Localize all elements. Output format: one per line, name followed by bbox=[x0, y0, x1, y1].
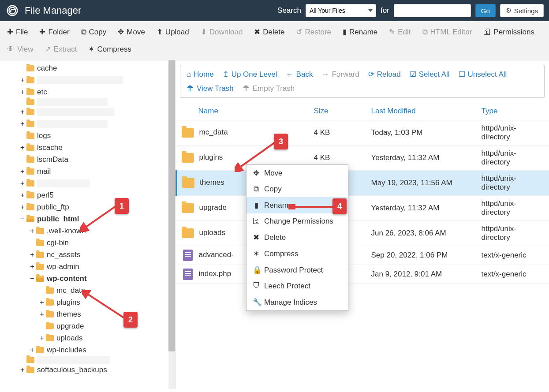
tree-node-uploads[interactable]: +uploads bbox=[0, 332, 175, 344]
tree-toggle-icon[interactable]: + bbox=[19, 189, 26, 201]
folder-icon bbox=[46, 323, 54, 329]
tree-toggle-icon[interactable]: + bbox=[19, 118, 26, 130]
tree-node-plugins[interactable]: +plugins bbox=[0, 296, 175, 308]
tree-node-mc_data[interactable]: mc_data bbox=[0, 284, 175, 296]
up-icon: ↥ bbox=[223, 70, 229, 79]
tree-toggle-icon[interactable]: + bbox=[19, 201, 26, 213]
table-row[interactable]: upgradeYesterday, 11:32 AMhttpd/unix-dir… bbox=[176, 196, 549, 221]
search-scope-select[interactable]: All Your Files bbox=[306, 4, 376, 17]
search-input[interactable] bbox=[394, 4, 471, 17]
toolbar-folder-button[interactable]: ✚Folder bbox=[34, 24, 75, 40]
file-table: NameSizeLast ModifiedType mc_data4 KBTod… bbox=[176, 102, 549, 284]
tree-node-redacted[interactable] bbox=[0, 356, 175, 364]
content-up-one-level-button[interactable]: ↥Up One Level bbox=[223, 70, 277, 79]
folder-icon bbox=[26, 357, 34, 363]
table-row[interactable]: mc_data4 KBToday, 1:03 PMhttpd/unix-dire… bbox=[176, 120, 549, 146]
tree-node-wp-includes[interactable]: +wp-includes bbox=[0, 344, 175, 356]
table-row[interactable]: advanced-Sep 20, 2022, 1:06 PMtext/x-gen… bbox=[176, 246, 549, 265]
file-icon bbox=[183, 250, 193, 261]
content-back-button[interactable]: ←Back bbox=[286, 70, 313, 79]
context-delete-item[interactable]: ✖Delete bbox=[246, 229, 348, 246]
context-compress-item[interactable]: ✶Compress bbox=[246, 246, 348, 262]
toolbar-delete-button[interactable]: ✖Delete bbox=[249, 24, 290, 40]
tree-toggle-icon[interactable]: + bbox=[29, 261, 35, 273]
tree-node-redacted[interactable]: + bbox=[0, 106, 175, 118]
toolbar-copy-button[interactable]: ⧉Copy bbox=[76, 24, 112, 40]
context-change-permissions-item[interactable]: ⚿Change Permissions bbox=[246, 213, 348, 229]
tree-node-public_ftp[interactable]: +public_ftp bbox=[0, 201, 175, 213]
table-row[interactable]: plugins4 KBYesterday, 11:32 AMhttpd/unix… bbox=[176, 146, 549, 171]
tree-node-cgi-bin[interactable]: cgi-bin bbox=[0, 237, 175, 249]
tree-node-nc_assets[interactable]: +nc_assets bbox=[0, 249, 175, 261]
content-view-trash-button[interactable]: 🗑View Trash bbox=[187, 84, 234, 93]
tree-node-themes[interactable]: +themes bbox=[0, 308, 175, 320]
tree-node-redacted[interactable] bbox=[0, 98, 175, 106]
tree-node-cache[interactable]: cache bbox=[0, 62, 175, 74]
tree-node-etc[interactable]: +etc bbox=[0, 86, 175, 98]
tree-toggle-icon[interactable]: + bbox=[39, 308, 45, 320]
context-move-item[interactable]: ✥Move bbox=[246, 165, 348, 181]
scrollbar[interactable] bbox=[168, 60, 175, 389]
tree-toggle-icon[interactable]: + bbox=[29, 225, 35, 237]
file-name: advanced- bbox=[199, 250, 234, 259]
reload-icon: ⟳ bbox=[368, 70, 374, 79]
tree-node-.well-known[interactable]: +.well-known bbox=[0, 225, 175, 237]
table-row[interactable]: index.phpJan 9, 2012, 9:01 AMtext/x-gene… bbox=[176, 265, 549, 284]
tree-node-softaculous_backups[interactable]: +softaculous_backups bbox=[0, 364, 175, 376]
folder-icon bbox=[26, 133, 34, 139]
tree-label: cache bbox=[37, 62, 57, 74]
toolbar-compress-button[interactable]: ✶Compress bbox=[83, 41, 136, 57]
tree-toggle-icon[interactable]: + bbox=[19, 364, 26, 376]
tree-node-wp-content[interactable]: −wp-content bbox=[0, 273, 175, 284]
toolbar-extract-button: ↗Extract bbox=[40, 41, 82, 57]
tree-toggle-icon[interactable]: + bbox=[39, 296, 45, 308]
column-last-modified[interactable]: Last Modified bbox=[366, 102, 476, 120]
tree-node-lscache[interactable]: +lscache bbox=[0, 142, 175, 153]
tree-toggle-icon[interactable]: − bbox=[19, 213, 26, 225]
table-row[interactable]: themesMay 19, 2023, 11:56 AMhttpd/unix-d… bbox=[176, 171, 549, 196]
toolbar-rename-button[interactable]: ▮Rename bbox=[337, 24, 383, 40]
tree-toggle-icon[interactable]: + bbox=[29, 249, 35, 261]
tree-node-mail[interactable]: +mail bbox=[0, 165, 175, 177]
tree-toggle-icon[interactable]: + bbox=[19, 165, 26, 177]
tree-node-upgrade[interactable]: upgrade bbox=[0, 320, 175, 332]
tree-toggle-icon[interactable]: + bbox=[19, 142, 26, 153]
toolbar-upload-button[interactable]: ⬆Upload bbox=[151, 24, 194, 40]
context-leech-protect-item[interactable]: ⛉Leech Protect bbox=[246, 278, 348, 294]
tree-toggle-icon[interactable]: + bbox=[19, 86, 26, 98]
content-unselect-all-button[interactable]: ☐Unselect All bbox=[459, 70, 507, 79]
table-row[interactable]: uploadsJun 26, 2023, 8:06 AMhttpd/unix-d… bbox=[176, 221, 549, 246]
toolbar-file-button[interactable]: ✚File bbox=[2, 24, 33, 40]
file-name: index.php bbox=[199, 269, 232, 278]
tree-node-lscmData[interactable]: lscmData bbox=[0, 153, 175, 165]
tree-node-redacted[interactable]: + bbox=[0, 118, 175, 130]
tree-node-public_html[interactable]: −public_html bbox=[0, 213, 175, 225]
go-button[interactable]: Go bbox=[475, 4, 496, 17]
tree-node-perl5[interactable]: +perl5 bbox=[0, 189, 175, 201]
tree-toggle-icon[interactable]: + bbox=[19, 74, 26, 86]
column-size[interactable]: Size bbox=[309, 102, 366, 120]
toolbar-permissions-button[interactable]: ⚿Permissions bbox=[478, 24, 540, 40]
tree-toggle-icon[interactable]: − bbox=[29, 273, 35, 284]
tree-toggle-icon[interactable]: + bbox=[39, 332, 45, 344]
context-password-protect-item[interactable]: 🔒Password Protect bbox=[246, 262, 348, 278]
tree-node-redacted[interactable]: + bbox=[0, 74, 175, 86]
tree-node-wp-admin[interactable]: +wp-admin bbox=[0, 261, 175, 273]
scrollbar-thumb[interactable] bbox=[168, 60, 175, 351]
content-select-all-button[interactable]: ☑Select All bbox=[410, 70, 450, 79]
context-copy-item[interactable]: ⧉Copy bbox=[246, 181, 348, 197]
context-manage-indices-item[interactable]: 🔧Manage Indices bbox=[246, 294, 348, 310]
tree-toggle-icon[interactable]: + bbox=[19, 106, 26, 118]
tree-node-logs[interactable]: logs bbox=[0, 130, 175, 142]
tree-label: uploads bbox=[56, 332, 83, 344]
tree-node-redacted[interactable]: + bbox=[0, 177, 175, 189]
tree-toggle-icon[interactable]: + bbox=[29, 344, 35, 356]
context-menu-label: Move bbox=[264, 169, 283, 178]
content-reload-button[interactable]: ⟳Reload bbox=[368, 70, 401, 79]
settings-button[interactable]: ⚙ Settings bbox=[500, 4, 544, 17]
content-home-button[interactable]: ⌂Home bbox=[187, 70, 214, 79]
column-type[interactable]: Type bbox=[476, 102, 549, 120]
toolbar-move-button[interactable]: ✥Move bbox=[112, 24, 150, 40]
column-name[interactable]: Name bbox=[176, 102, 309, 120]
tree-toggle-icon[interactable]: + bbox=[19, 177, 26, 189]
